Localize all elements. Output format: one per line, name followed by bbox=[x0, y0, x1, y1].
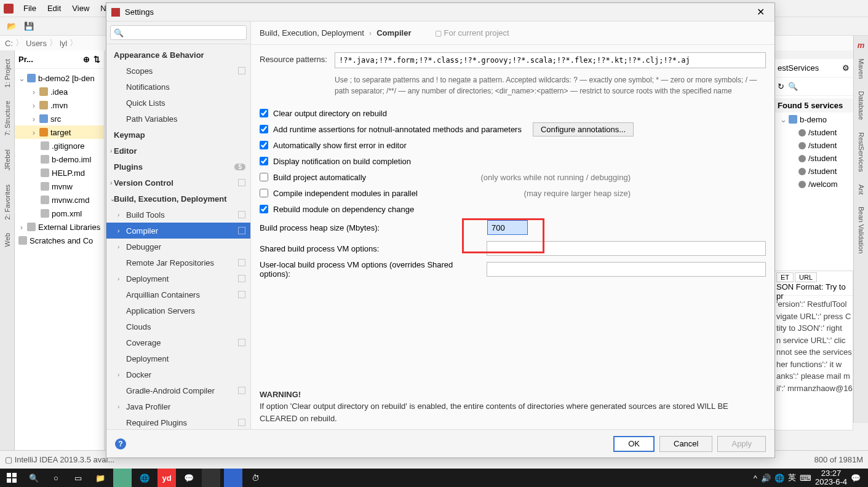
app-icon-4[interactable]: ⏱ bbox=[246, 469, 265, 487]
nav-required-plugins[interactable]: Required Plugins bbox=[106, 414, 250, 429]
nav-path-variables[interactable]: Path Variables bbox=[106, 111, 250, 127]
tab-maven[interactable]: Maven bbox=[856, 55, 866, 82]
nav-java-profiler[interactable]: ›Java Profiler bbox=[106, 398, 250, 414]
chk-auto-show-error[interactable] bbox=[260, 141, 268, 149]
chk-runtime-assertions[interactable] bbox=[260, 125, 268, 133]
cortana-icon[interactable]: ○ bbox=[47, 469, 65, 487]
tree-idea[interactable]: ›.idea bbox=[15, 85, 104, 98]
resource-patterns-input[interactable] bbox=[335, 52, 766, 68]
tab-web[interactable]: Web bbox=[2, 229, 12, 250]
tray-chevron-icon[interactable]: ^ bbox=[754, 473, 757, 483]
tray-ime[interactable]: 英 bbox=[788, 472, 796, 483]
nav-app-servers[interactable]: Application Servers bbox=[106, 303, 250, 319]
save-icon[interactable]: 💾 bbox=[22, 20, 36, 33]
heap-size-input[interactable] bbox=[487, 220, 528, 235]
tab-project[interactable]: 1: Project bbox=[2, 55, 12, 91]
menu-view[interactable]: View bbox=[67, 2, 94, 15]
tree-ext-libs[interactable]: ›External Libraries bbox=[15, 220, 104, 234]
nav-keymap[interactable]: Keymap bbox=[106, 127, 250, 143]
search-icon[interactable]: 🔍 bbox=[788, 82, 798, 91]
app-icon-1[interactable] bbox=[113, 469, 132, 487]
tray-notifications-icon[interactable]: 💬 bbox=[851, 473, 861, 483]
tab-database[interactable]: Database bbox=[856, 87, 866, 124]
tree-src[interactable]: ›src bbox=[15, 112, 104, 125]
nav-bed[interactable]: ⌄Build, Execution, Deployment bbox=[106, 191, 250, 207]
tree-target[interactable]: ›target bbox=[15, 125, 104, 139]
tree-root[interactable]: ⌄b-demo2 [b-den bbox=[15, 71, 104, 85]
shared-vm-input[interactable] bbox=[487, 241, 766, 256]
configure-annotations-button[interactable]: Configure annotations... bbox=[533, 122, 634, 137]
task-view-icon[interactable]: ▭ bbox=[69, 469, 87, 487]
chk-display-notification[interactable] bbox=[260, 157, 268, 165]
tab-jrebel[interactable]: JRebel bbox=[2, 146, 12, 174]
nav-editor[interactable]: ›Editor bbox=[106, 143, 250, 159]
tree-iml[interactable]: b-demo.iml bbox=[15, 152, 104, 166]
crumb-2[interactable]: lyl bbox=[60, 39, 67, 48]
chk-clear-output[interactable] bbox=[260, 109, 268, 117]
memory-indicator[interactable]: 800 of 1981M bbox=[814, 455, 863, 464]
nav-build-tools[interactable]: ›Build Tools bbox=[106, 207, 250, 223]
endpoint-0[interactable]: /student bbox=[774, 126, 853, 139]
ok-button[interactable]: OK bbox=[613, 436, 655, 452]
chrome-icon[interactable]: 🌐 bbox=[135, 469, 154, 487]
tab-structure[interactable]: 7: Structure bbox=[2, 97, 12, 140]
service-module[interactable]: ⌄b-demo bbox=[774, 113, 853, 126]
nav-scopes[interactable]: Scopes bbox=[106, 63, 250, 79]
tab-favorites[interactable]: 2: Favorites bbox=[2, 181, 12, 223]
start-button[interactable] bbox=[2, 469, 21, 487]
tray-volume-icon[interactable]: 🔊 bbox=[761, 473, 771, 483]
chk-rebuild-dep[interactable] bbox=[260, 205, 268, 213]
cancel-button[interactable]: Cancel bbox=[659, 436, 712, 452]
nav-deployment2[interactable]: Deployment bbox=[106, 350, 250, 366]
intellij-icon[interactable] bbox=[202, 469, 220, 487]
endpoint-2[interactable]: /student bbox=[774, 152, 853, 165]
nav-gradle-android[interactable]: Gradle-Android Compiler bbox=[106, 382, 250, 398]
nav-debugger[interactable]: ›Debugger bbox=[106, 239, 250, 255]
tree-scratches[interactable]: Scratches and Co bbox=[15, 234, 104, 247]
endpoint-1[interactable]: /student bbox=[774, 139, 853, 152]
refresh-icon[interactable]: ↻ bbox=[778, 82, 784, 91]
crumb-0[interactable]: C: bbox=[5, 39, 13, 48]
search-icon[interactable]: 🔍 bbox=[25, 469, 43, 487]
close-button[interactable]: ✕ bbox=[751, 6, 770, 18]
tab-beanvalidation[interactable]: Bean Validation bbox=[856, 203, 866, 257]
nav-notifications[interactable]: Notifications bbox=[106, 79, 250, 95]
tab-ant[interactable]: Ant bbox=[856, 181, 866, 199]
settings-icon[interactable]: ⇅ bbox=[94, 55, 100, 64]
crumb-1[interactable]: Users bbox=[26, 39, 47, 48]
endpoint-4[interactable]: /welcom bbox=[774, 178, 853, 191]
nav-appearance[interactable]: Appearance & Behavior bbox=[106, 47, 250, 63]
menu-edit[interactable]: Edit bbox=[42, 2, 66, 15]
tray-clock[interactable]: 23:27 2023-6-4 bbox=[815, 469, 847, 487]
nav-docker[interactable]: ›Docker bbox=[106, 366, 250, 382]
nav-compiler[interactable]: ›Compiler bbox=[106, 223, 250, 239]
tree-gitignore[interactable]: .gitignore bbox=[15, 139, 104, 152]
nav-coverage[interactable]: Coverage bbox=[106, 335, 250, 350]
tree-mvn[interactable]: ›.mvn bbox=[15, 98, 104, 112]
tab-restservices[interactable]: RestServices bbox=[856, 129, 866, 176]
explorer-icon[interactable]: 📁 bbox=[91, 469, 109, 487]
app-icon-3[interactable] bbox=[224, 469, 242, 487]
user-vm-input[interactable] bbox=[487, 262, 766, 277]
tree-mvnwcmd[interactable]: mvnw.cmd bbox=[15, 193, 104, 207]
chk-compile-parallel[interactable] bbox=[260, 189, 268, 197]
nav-clouds[interactable]: Clouds bbox=[106, 319, 250, 335]
crumb-bed[interactable]: Build, Execution, Deployment bbox=[260, 28, 364, 38]
nav-quick-lists[interactable]: Quick Lists bbox=[106, 95, 250, 111]
tray-keyboard-icon[interactable]: ⌨ bbox=[800, 473, 811, 483]
tree-pom[interactable]: pom.xml bbox=[15, 207, 104, 220]
gear-icon[interactable]: ⚙ bbox=[842, 63, 850, 73]
nav-remote-jar[interactable]: Remote Jar Repositories bbox=[106, 255, 250, 271]
settings-search-input[interactable] bbox=[110, 25, 247, 40]
target-icon[interactable]: ⊕ bbox=[83, 55, 90, 64]
nav-version-control[interactable]: ›Version Control bbox=[106, 175, 250, 191]
menu-file[interactable]: File bbox=[18, 2, 41, 15]
app-icon-2[interactable]: yd bbox=[157, 469, 176, 487]
open-icon[interactable]: 📂 bbox=[5, 20, 18, 33]
help-icon[interactable]: ? bbox=[115, 438, 126, 449]
nav-plugins[interactable]: Plugins5 bbox=[106, 159, 250, 175]
tab-url[interactable]: URL bbox=[795, 272, 817, 282]
chk-build-auto[interactable] bbox=[260, 173, 268, 181]
tray-network-icon[interactable]: 🌐 bbox=[774, 473, 784, 483]
tab-et[interactable]: ET bbox=[776, 272, 794, 282]
